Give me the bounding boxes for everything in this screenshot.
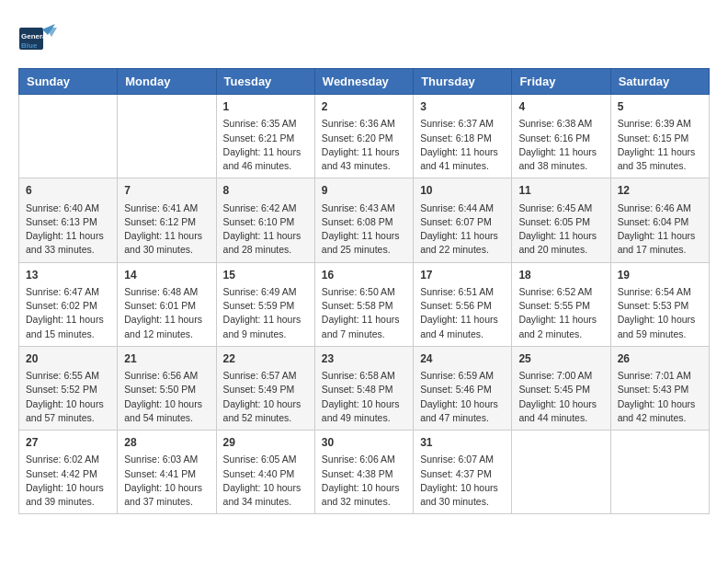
day-info: Sunrise: 6:54 AM [618,285,702,299]
day-info: Sunrise: 6:05 AM [223,453,308,466]
week-row-5: 27Sunrise: 6:02 AMSunset: 4:42 PMDayligh… [19,431,710,514]
day-info: Sunrise: 6:56 AM [124,369,209,383]
day-cell: 23Sunrise: 6:58 AMSunset: 5:48 PMDayligh… [314,346,413,430]
header-cell-saturday: Saturday [610,69,709,95]
day-number: 27 [26,435,110,451]
day-cell: 18Sunrise: 6:52 AMSunset: 5:55 PMDayligh… [512,262,610,346]
day-info: Sunset: 6:05 PM [518,215,603,229]
day-info: Sunrise: 6:59 AM [420,369,505,383]
day-number: 30 [322,435,406,451]
day-info: Sunrise: 7:01 AM [618,369,702,383]
day-info: Sunset: 4:41 PM [124,467,209,481]
day-info: Daylight: 11 hours and 33 minutes. [26,229,110,257]
day-info: Sunrise: 6:44 AM [420,201,505,215]
day-cell [512,431,610,514]
day-number: 13 [26,268,110,283]
day-info: Daylight: 10 hours and 37 minutes. [124,481,209,509]
day-info: Sunset: 5:59 PM [223,299,308,313]
day-number: 20 [26,351,110,367]
day-cell: 29Sunrise: 6:05 AMSunset: 4:40 PMDayligh… [216,431,314,514]
day-info: Sunset: 6:13 PM [26,215,110,229]
day-info: Sunset: 6:04 PM [618,215,702,229]
day-number: 14 [124,268,209,283]
day-info: Sunrise: 6:47 AM [26,285,110,299]
day-info: Daylight: 11 hours and 4 minutes. [420,313,505,340]
day-cell: 30Sunrise: 6:06 AMSunset: 4:38 PMDayligh… [314,431,413,514]
day-cell: 20Sunrise: 6:55 AMSunset: 5:52 PMDayligh… [19,346,118,430]
day-info: Daylight: 11 hours and 2 minutes. [518,313,603,340]
day-info: Sunset: 6:08 PM [322,215,406,229]
day-number: 25 [518,351,603,367]
day-number: 23 [322,351,406,367]
day-info: Daylight: 10 hours and 59 minutes. [618,313,702,340]
day-info: Sunrise: 6:43 AM [322,201,406,215]
calendar-table: SundayMondayTuesdayWednesdayThursdayFrid… [18,68,710,514]
day-number: 7 [124,183,209,199]
day-info: Sunrise: 6:50 AM [322,285,406,299]
day-info: Sunrise: 6:37 AM [420,117,505,131]
week-row-4: 20Sunrise: 6:55 AMSunset: 5:52 PMDayligh… [19,346,710,430]
day-info: Sunrise: 6:06 AM [322,453,406,466]
day-info: Sunrise: 6:58 AM [322,369,406,383]
day-cell: 16Sunrise: 6:50 AMSunset: 5:58 PMDayligh… [314,262,413,346]
day-info: Sunset: 5:48 PM [322,383,406,396]
day-number: 16 [322,268,406,283]
day-cell: 6Sunrise: 6:40 AMSunset: 6:13 PMDaylight… [19,178,118,262]
day-number: 24 [420,351,505,367]
day-info: Sunrise: 6:35 AM [223,117,308,131]
day-info: Sunset: 4:38 PM [322,467,406,481]
day-cell: 2Sunrise: 6:36 AMSunset: 6:20 PMDaylight… [314,95,413,178]
header-cell-thursday: Thursday [414,69,512,95]
day-info: Sunset: 4:37 PM [420,467,505,481]
day-info: Daylight: 11 hours and 41 minutes. [420,145,505,173]
day-cell: 25Sunrise: 7:00 AMSunset: 5:45 PMDayligh… [512,346,610,430]
day-cell [19,95,118,178]
day-info: Sunrise: 6:38 AM [518,117,603,131]
week-row-2: 6Sunrise: 6:40 AMSunset: 6:13 PMDaylight… [19,178,710,262]
day-number: 3 [420,99,505,115]
day-number: 22 [223,351,308,367]
day-number: 6 [26,183,110,199]
day-cell: 21Sunrise: 6:56 AMSunset: 5:50 PMDayligh… [118,346,216,430]
day-info: Sunset: 6:21 PM [223,132,308,145]
day-info: Daylight: 11 hours and 30 minutes. [124,229,209,257]
day-info: Daylight: 10 hours and 39 minutes. [26,481,110,509]
day-info: Sunrise: 6:36 AM [322,117,406,131]
day-info: Sunset: 5:53 PM [618,299,702,313]
day-info: Daylight: 11 hours and 17 minutes. [618,229,702,257]
day-number: 19 [618,268,702,283]
day-info: Sunrise: 6:39 AM [618,117,702,131]
day-info: Sunrise: 6:57 AM [223,369,308,383]
day-number: 17 [420,268,505,283]
day-info: Sunrise: 6:55 AM [26,369,110,383]
day-cell: 11Sunrise: 6:45 AMSunset: 6:05 PMDayligh… [512,178,610,262]
day-info: Sunset: 6:16 PM [518,132,603,145]
day-number: 31 [420,435,505,451]
day-info: Daylight: 10 hours and 42 minutes. [618,397,702,425]
day-info: Sunrise: 6:40 AM [26,201,110,215]
calendar-body: 1Sunrise: 6:35 AMSunset: 6:21 PMDaylight… [19,95,710,514]
header-cell-sunday: Sunday [19,69,118,95]
day-cell: 13Sunrise: 6:47 AMSunset: 6:02 PMDayligh… [19,262,118,346]
week-row-3: 13Sunrise: 6:47 AMSunset: 6:02 PMDayligh… [19,262,710,346]
day-info: Sunset: 5:58 PM [322,299,406,313]
day-cell: 7Sunrise: 6:41 AMSunset: 6:12 PMDaylight… [118,178,216,262]
logo: General Blue [18,18,63,59]
day-info: Daylight: 11 hours and 25 minutes. [322,229,406,257]
day-number: 4 [518,99,603,115]
day-info: Sunset: 4:40 PM [223,467,308,481]
day-info: Sunset: 5:46 PM [420,383,505,396]
day-info: Daylight: 11 hours and 35 minutes. [618,145,702,173]
svg-text:Blue: Blue [21,41,38,50]
svg-text:General: General [21,32,49,40]
day-info: Daylight: 10 hours and 52 minutes. [223,397,308,425]
day-cell: 26Sunrise: 7:01 AMSunset: 5:43 PMDayligh… [610,346,709,430]
day-cell: 28Sunrise: 6:03 AMSunset: 4:41 PMDayligh… [118,431,216,514]
day-cell: 4Sunrise: 6:38 AMSunset: 6:16 PMDaylight… [512,95,610,178]
header-cell-friday: Friday [512,69,610,95]
day-info: Sunset: 6:20 PM [322,132,406,145]
day-info: Daylight: 10 hours and 47 minutes. [420,397,505,425]
day-cell: 14Sunrise: 6:48 AMSunset: 6:01 PMDayligh… [118,262,216,346]
day-info: Sunset: 6:12 PM [124,215,209,229]
day-info: Sunset: 6:07 PM [420,215,505,229]
